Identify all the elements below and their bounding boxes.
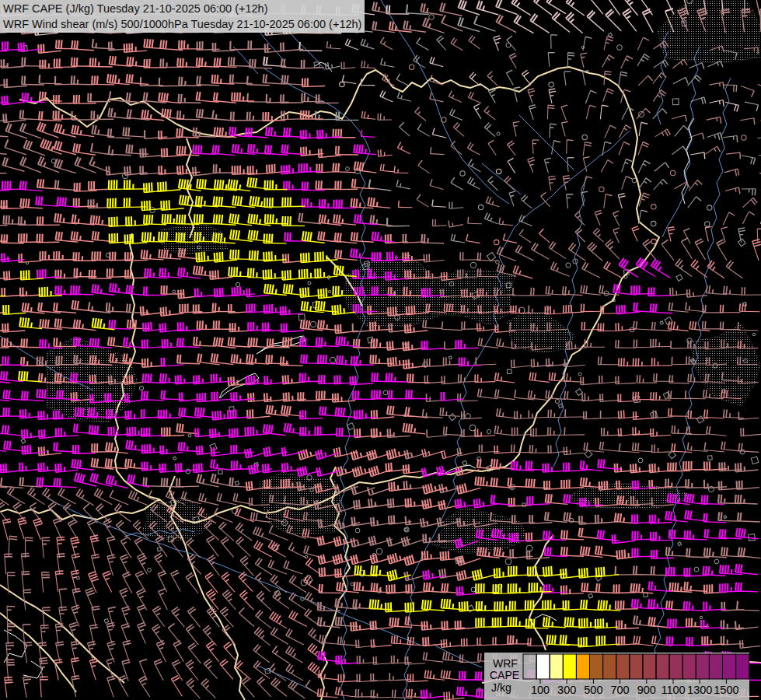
svg-text:700: 700 xyxy=(610,684,629,696)
svg-text:500: 500 xyxy=(584,684,602,696)
svg-text:300: 300 xyxy=(557,684,576,696)
svg-text:J/kg: J/kg xyxy=(491,681,511,694)
svg-text:WRF Wind shear (m/s) 500/1000h: WRF Wind shear (m/s) 500/1000hPa Tuesday… xyxy=(3,18,361,30)
svg-text:900: 900 xyxy=(637,684,656,696)
svg-text:1100: 1100 xyxy=(661,684,685,696)
svg-text:100: 100 xyxy=(531,684,550,696)
svg-text:CAPE: CAPE xyxy=(490,669,519,681)
svg-text:WRF CAPE (J/kg) Tuesday 21-10-: WRF CAPE (J/kg) Tuesday 21-10-2025 06:00… xyxy=(3,2,268,15)
svg-text:WRF: WRF xyxy=(493,657,518,670)
svg-text:1300: 1300 xyxy=(687,684,712,696)
svg-text:1500: 1500 xyxy=(714,684,738,696)
